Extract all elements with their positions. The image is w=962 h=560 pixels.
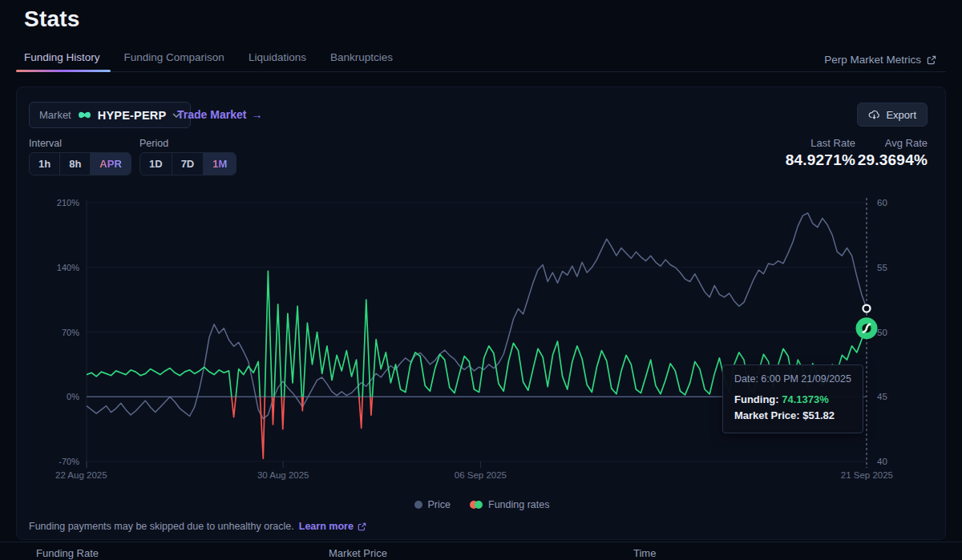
avg-rate-value: 29.3694% [858,151,928,169]
interval-option-8h[interactable]: 8h [60,153,91,175]
tooltip-price-row: Market Price: $51.82 [734,408,851,424]
last-rate-label: Last Rate [810,137,855,149]
left-axis-tick-label: 70% [62,328,79,337]
left-axis-tick-label: 210% [57,198,79,207]
x-axis-label: 30 Aug 2025 [257,470,309,480]
last-rate-value: 84.9271% [786,151,855,169]
interval-option-1h[interactable]: 1h [30,153,60,175]
chart-legend: Price Funding rates [17,499,947,510]
active-tab-underline [16,70,111,72]
funding-legend-dots [470,501,483,509]
tab-liquidations[interactable]: Liquidations [249,51,306,71]
interval-option-apr[interactable]: APR [91,153,130,175]
column-market-price: Market Price [329,547,387,559]
market-select-value: HYPE-PERP [98,109,167,122]
legend-item-price[interactable]: Price [414,499,451,510]
left-axis-tick-label: 0% [67,392,79,401]
period-segmented-control: 1D 7D 1M [139,152,236,175]
right-axis-tick-label: 40 [877,457,887,466]
arrow-right-icon: → [251,108,262,121]
export-download-icon [868,109,880,120]
right-axis-tick-label: 50 [877,328,887,337]
perp-market-metrics-label: Perp Market Metrics [824,54,921,66]
external-link-icon [358,522,366,531]
price-legend-label: Price [428,499,451,510]
left-axis-tick-label: -70% [59,457,79,466]
perp-market-metrics-link[interactable]: Perp Market Metrics [824,54,936,66]
x-axis-label: 22 Aug 2025 [55,470,107,480]
hype-token-icon [78,110,91,120]
chart-tooltip: Date: 6:00 PM 21/09/2025 Funding: 74.137… [722,365,863,433]
market-select[interactable]: Market HYPE-PERP [29,102,191,128]
export-button[interactable]: Export [857,103,928,127]
tab-funding-comparison[interactable]: Funding Comparison [124,51,224,71]
right-axis-tick-label: 55 [877,263,887,272]
oracle-warning-text: Funding payments may be skipped due to u… [29,521,294,532]
period-option-1m[interactable]: 1M [204,153,236,175]
funding-price-chart[interactable]: 210%140%70%0%-70%605550454022 Aug 202530… [17,183,947,489]
period-option-1d[interactable]: 1D [140,153,172,175]
market-select-label: Market [39,109,71,121]
column-time: Time [633,547,656,559]
tab-bar: Funding History Funding Comparison Liqui… [16,51,946,72]
interval-segmented-control: 1h 8h APR [29,152,131,175]
table-top-divider [0,542,962,542]
column-funding-rate: Funding Rate [36,547,99,559]
trade-market-link[interactable]: Trade Market → [177,108,262,121]
tab-bankruptcies[interactable]: Bankruptcies [330,51,393,71]
legend-item-funding[interactable]: Funding rates [470,499,549,510]
oracle-warning-note: Funding payments may be skipped due to u… [29,521,366,532]
price-legend-dot [414,501,422,509]
period-label: Period [139,138,168,149]
tab-funding-history[interactable]: Funding History [24,51,100,71]
funding-legend-label: Funding rates [488,499,549,510]
period-option-7d[interactable]: 7D [172,153,204,175]
learn-more-link[interactable]: Learn more [299,521,366,532]
right-axis-tick-label: 45 [877,392,887,401]
tooltip-price-value: $51.82 [802,409,835,421]
tooltip-funding-row: Funding: 74.1373% [734,392,851,408]
left-axis-tick-label: 140% [57,263,79,272]
tooltip-funding-value: 74.1373% [782,393,829,405]
x-axis-label: 21 Sep 2025 [841,470,893,480]
x-axis-label: 06 Sep 2025 [455,470,507,480]
interval-label: Interval [29,138,62,149]
right-axis-tick-label: 60 [877,198,887,207]
tabbar-divider [16,71,946,72]
trade-market-label: Trade Market [177,108,246,121]
funding-history-panel: Market HYPE-PERP Trade Market → Export I… [16,87,946,540]
tooltip-date: Date: 6:00 PM 21/09/2025 [734,373,851,385]
page-title: Stats [24,6,79,32]
export-label: Export [886,109,916,121]
price-hover-marker [863,305,871,312]
avg-rate-label: Avg Rate [885,137,928,149]
external-link-icon [927,55,936,65]
